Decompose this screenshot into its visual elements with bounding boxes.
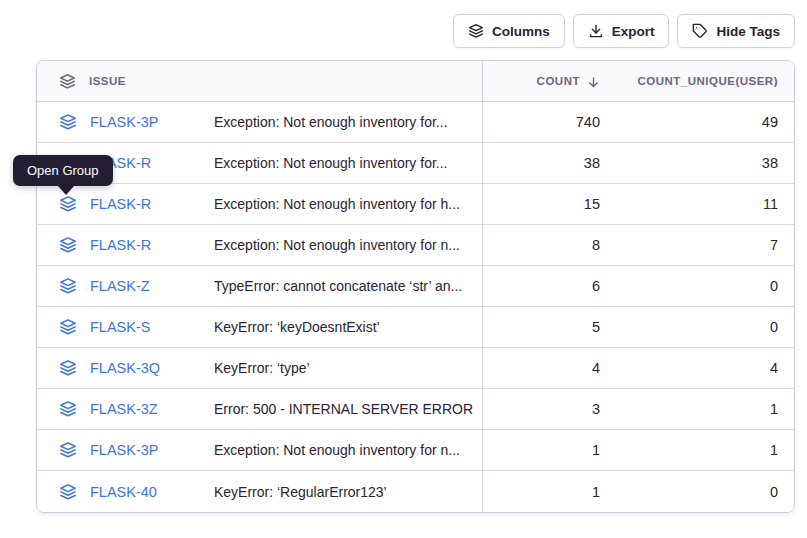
issue-link[interactable]: FLASK-3P	[90, 114, 159, 130]
table-header-row: ISSUE COUNT COUNT_UNIQUE(USER)	[37, 61, 794, 102]
open-group-button[interactable]	[59, 195, 77, 213]
issue-link[interactable]: FLASK-40	[90, 484, 157, 500]
issue-link[interactable]: FLASK-R	[90, 196, 151, 212]
count-unique-value: 38	[614, 143, 794, 183]
stack-icon	[59, 483, 77, 501]
stack-icon	[59, 113, 77, 131]
table-row: FLASK-3Z Error: 500 - INTERNAL SERVER ER…	[37, 389, 794, 430]
columns-button[interactable]: Columns	[453, 14, 565, 48]
count-value: 38	[482, 143, 614, 183]
column-header-issue[interactable]: ISSUE	[37, 61, 214, 101]
table-row: FLASK-R Exception: Not enough inventory …	[37, 184, 794, 225]
issue-link[interactable]: FLASK-3Q	[90, 360, 160, 376]
export-button[interactable]: Export	[573, 14, 670, 48]
column-header-count-unique-label: COUNT_UNIQUE(USER)	[637, 75, 778, 87]
count-unique-value: 11	[614, 184, 794, 224]
column-header-issue-label: ISSUE	[89, 75, 126, 87]
table-row: FLASK-3Q KeyError: ‘type’ 4 4	[37, 348, 794, 389]
table-row: FLASK-R Exception: Not enough inventory …	[37, 143, 794, 184]
issue-message: Exception: Not enough inventory for n...	[214, 430, 482, 470]
table-row: FLASK-S KeyError: ‘keyDoesntExist’ 5 0	[37, 307, 794, 348]
stack-icon	[59, 236, 77, 254]
issue-message: KeyError: ‘type’	[214, 348, 482, 388]
count-value: 4	[482, 348, 614, 388]
open-group-tooltip-label: Open Group	[27, 163, 99, 178]
count-value: 6	[482, 266, 614, 306]
issue-message: Exception: Not enough inventory for...	[214, 143, 482, 183]
open-group-tooltip: Open Group	[13, 155, 113, 186]
stack-icon	[59, 195, 77, 213]
hide-tags-button-label: Hide Tags	[716, 24, 780, 39]
table-row: FLASK-3P Exception: Not enough inventory…	[37, 430, 794, 471]
issue-link[interactable]: FLASK-Z	[90, 278, 150, 294]
count-value: 1	[482, 471, 614, 512]
column-header-count-unique[interactable]: COUNT_UNIQUE(USER)	[614, 61, 794, 101]
count-value: 3	[482, 389, 614, 429]
open-group-button[interactable]	[59, 113, 77, 131]
count-value: 8	[482, 225, 614, 265]
table-row: FLASK-3P Exception: Not enough inventory…	[37, 102, 794, 143]
count-unique-value: 0	[614, 471, 794, 512]
stack-icon	[59, 359, 77, 377]
stack-icon	[59, 277, 77, 295]
stack-icon	[59, 441, 77, 459]
issue-message: TypeError: cannot concatenate ‘str’ an..…	[214, 266, 482, 306]
count-unique-value: 1	[614, 430, 794, 470]
issue-link[interactable]: FLASK-3P	[90, 442, 159, 458]
count-unique-value: 0	[614, 266, 794, 306]
count-unique-value: 0	[614, 307, 794, 347]
table-row: FLASK-R Exception: Not enough inventory …	[37, 225, 794, 266]
count-value: 5	[482, 307, 614, 347]
column-header-spacer	[214, 61, 482, 101]
issue-link[interactable]: FLASK-S	[90, 319, 150, 335]
count-unique-value: 4	[614, 348, 794, 388]
open-group-button[interactable]	[59, 236, 77, 254]
download-icon	[588, 23, 604, 39]
open-group-button[interactable]	[59, 318, 77, 336]
column-header-count-label: COUNT	[537, 75, 580, 87]
toolbar: Columns Export Hide Tags	[453, 14, 795, 48]
issues-table: ISSUE COUNT COUNT_UNIQUE(USER) FLASK-3P …	[36, 60, 795, 513]
table-row: FLASK-Z TypeError: cannot concatenate ‘s…	[37, 266, 794, 307]
open-group-button[interactable]	[59, 441, 77, 459]
stack-icon	[468, 23, 484, 39]
open-group-button[interactable]	[59, 359, 77, 377]
tag-icon	[692, 23, 708, 39]
issue-message: KeyError: ‘RegularError123’	[214, 471, 482, 512]
columns-button-label: Columns	[492, 24, 550, 39]
sort-descending-icon	[587, 76, 600, 89]
open-group-button[interactable]	[59, 277, 77, 295]
count-value: 15	[482, 184, 614, 224]
issue-message: Exception: Not enough inventory for...	[214, 102, 482, 142]
issue-link[interactable]: FLASK-3Z	[90, 401, 158, 417]
issue-message: Exception: Not enough inventory for h...	[214, 184, 482, 224]
count-unique-value: 49	[614, 102, 794, 142]
issue-message: Error: 500 - INTERNAL SERVER ERROR	[214, 389, 482, 429]
count-value: 740	[482, 102, 614, 142]
stack-icon	[59, 400, 77, 418]
issue-link[interactable]: FLASK-R	[90, 237, 151, 253]
table-row: FLASK-40 KeyError: ‘RegularError123’ 1 0	[37, 471, 794, 512]
column-header-count[interactable]: COUNT	[482, 61, 614, 101]
open-group-button[interactable]	[59, 483, 77, 501]
export-button-label: Export	[612, 24, 655, 39]
count-value: 1	[482, 430, 614, 470]
open-group-button[interactable]	[59, 400, 77, 418]
count-unique-value: 1	[614, 389, 794, 429]
stack-icon	[59, 318, 77, 336]
hide-tags-button[interactable]: Hide Tags	[677, 14, 795, 48]
count-unique-value: 7	[614, 225, 794, 265]
issue-message: Exception: Not enough inventory for n...	[214, 225, 482, 265]
issue-message: KeyError: ‘keyDoesntExist’	[214, 307, 482, 347]
stack-icon	[59, 73, 76, 90]
